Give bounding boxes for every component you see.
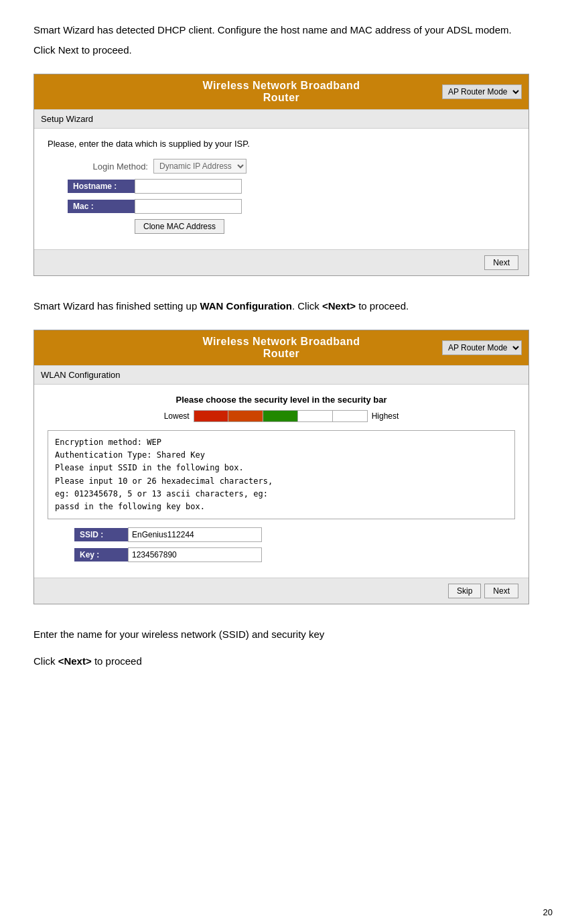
isp-text: Please, enter the data which is supplied… <box>48 139 515 149</box>
clone-mac-row: Clone MAC Address <box>68 219 515 234</box>
clone-mac-button[interactable]: Clone MAC Address <box>135 219 224 234</box>
router-title-1: Wireless Network Broadband Router <box>201 80 361 104</box>
section3-line1: Enter the name for your wireless network… <box>33 624 533 645</box>
router-body-1: Please, enter the data which is supplied… <box>34 129 528 249</box>
key-label: Key : <box>74 548 128 562</box>
mac-input[interactable] <box>135 199 242 214</box>
ap-mode-select-2[interactable]: AP Router Mode <box>442 340 522 355</box>
desc-line-4: Please input 10 or 26 hexadecimal charac… <box>55 475 508 488</box>
login-method-select[interactable]: Dynamic IP Address <box>153 159 246 174</box>
section2-intro: Smart Wizard has finished setting up WAN… <box>33 296 533 316</box>
security-seg-4 <box>298 411 333 421</box>
security-seg-2 <box>228 411 263 421</box>
highest-label: Highest <box>372 411 399 421</box>
ssid-input[interactable] <box>128 527 262 542</box>
key-row: Key : <box>74 547 515 562</box>
router-header-2: Wireless Network Broadband Router AP Rou… <box>34 330 528 365</box>
router-title-2: Wireless Network Broadband Router <box>201 336 361 360</box>
router-header-1: Wireless Network Broadband Router AP Rou… <box>34 74 528 109</box>
ap-mode-select-1[interactable]: AP Router Mode <box>442 84 522 99</box>
security-seg-3 <box>263 411 298 421</box>
security-bar[interactable] <box>194 410 368 422</box>
lowest-label: Lowest <box>164 411 190 421</box>
next-button-1[interactable]: Next <box>484 255 518 270</box>
desc-line-1: Encryption method: WEP <box>55 436 508 449</box>
security-bar-row: Lowest Highest <box>48 410 515 422</box>
page-number: 20 <box>543 907 553 917</box>
hostname-row: Hostname : <box>68 179 515 194</box>
mac-row: Mac : <box>68 199 515 214</box>
security-level-title: Please choose the security level in the … <box>48 395 515 405</box>
router-footer-2: Skip Next <box>34 578 528 604</box>
hostname-label: Hostname : <box>68 180 135 193</box>
skip-button[interactable]: Skip <box>448 584 481 598</box>
key-input[interactable] <box>128 547 262 562</box>
login-method-label: Login Method: <box>68 161 148 172</box>
desc-line-3: Please input SSID in the following box. <box>55 462 508 474</box>
section3-line2: Click <Next> to proceed <box>33 651 533 671</box>
ssid-label: SSID : <box>74 528 128 541</box>
desc-line-5: eg: 012345678, 5 or 13 ascii characters,… <box>55 488 508 501</box>
router-frame-1: Wireless Network Broadband Router AP Rou… <box>33 74 529 276</box>
next-button-2[interactable]: Next <box>484 584 518 598</box>
mac-label: Mac : <box>68 200 135 213</box>
ssid-row: SSID : <box>74 527 515 542</box>
section1-intro: Smart Wizard has detected DHCP client. C… <box>33 20 533 60</box>
wlan-config-header: WLAN Configuration <box>34 365 528 385</box>
hostname-input[interactable] <box>135 179 242 194</box>
desc-line-2: Authentication Type: Shared Key <box>55 449 508 462</box>
router-footer-1: Next <box>34 249 528 275</box>
security-desc-box: Encryption method: WEP Authentication Ty… <box>48 430 515 519</box>
setup-wizard-header: Setup Wizard <box>34 109 528 129</box>
desc-line-6: passd in the following key box. <box>55 501 508 513</box>
security-seg-5 <box>333 411 367 421</box>
wlan-body: Please choose the security level in the … <box>34 385 528 578</box>
router-frame-2: Wireless Network Broadband Router AP Rou… <box>33 330 529 604</box>
login-method-row: Login Method: Dynamic IP Address <box>68 159 515 174</box>
security-seg-1 <box>194 411 229 421</box>
